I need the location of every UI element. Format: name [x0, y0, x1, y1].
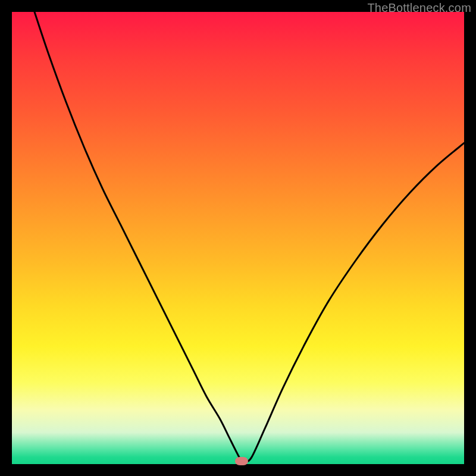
plot-area: [12, 12, 464, 464]
chart-frame: TheBottleneck.com: [0, 0, 476, 476]
bottleneck-curve: [12, 12, 464, 464]
optimal-marker: [235, 457, 248, 465]
